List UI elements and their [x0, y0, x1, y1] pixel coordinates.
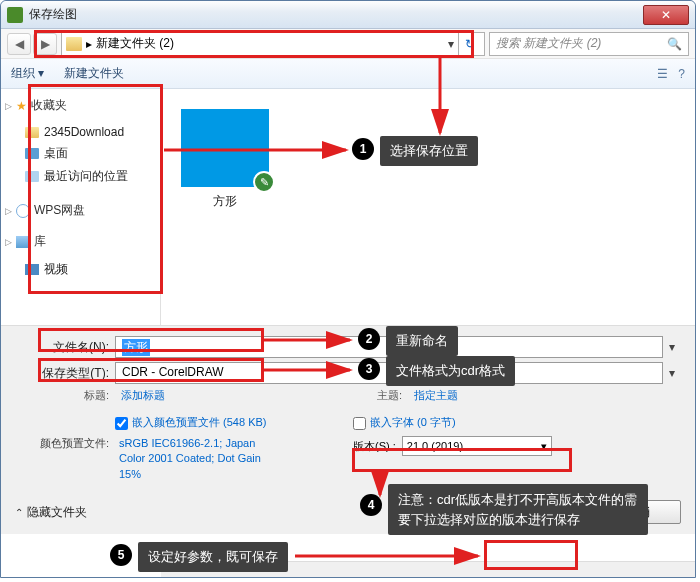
- wps-icon: [16, 204, 30, 218]
- back-button[interactable]: ◀: [7, 33, 31, 55]
- refresh-button[interactable]: ↻: [458, 33, 480, 55]
- toolbar: 组织 ▾ 新建文件夹 ☰ ?: [1, 59, 695, 89]
- sidebar-item-video[interactable]: 视频: [5, 258, 156, 281]
- search-input[interactable]: 搜索 新建文件夹 (2) 🔍: [489, 32, 689, 56]
- view-icon[interactable]: ☰: [657, 67, 668, 81]
- annotation-num-5: 5: [110, 544, 132, 566]
- recent-icon: [25, 171, 39, 182]
- star-icon: ★: [16, 99, 27, 113]
- file-thumbnail: ✎: [181, 109, 269, 187]
- address-dropdown-icon[interactable]: ▾: [448, 37, 454, 51]
- annotation-num-3: 3: [358, 358, 380, 380]
- embed-font-label: 嵌入字体 (0 字节): [370, 415, 456, 430]
- app-icon: [7, 7, 23, 23]
- sidebar-wps[interactable]: ▷ WPS网盘: [5, 202, 156, 219]
- search-placeholder: 搜索 新建文件夹 (2): [496, 35, 601, 52]
- annotation-num-1: 1: [352, 138, 374, 160]
- cdr-badge-icon: ✎: [253, 171, 275, 193]
- folder-icon: [25, 127, 39, 138]
- desktop-icon: [25, 148, 39, 159]
- annotation-callout-5: 设定好参数，既可保存: [138, 542, 288, 572]
- annotation-callout-3: 文件格式为cdr格式: [386, 356, 515, 386]
- file-item[interactable]: ✎ 方形: [181, 109, 269, 210]
- nav-bar: ◀ ▶ ▸ 新建文件夹 (2) ▾ ↻ 搜索 新建文件夹 (2) 🔍: [1, 29, 695, 59]
- color-profile-value: sRGB IEC61966-2.1; Japan Color 2001 Coat…: [119, 436, 269, 482]
- title-meta-label: 标题:: [15, 388, 115, 403]
- version-label: 版本(S) :: [353, 439, 396, 454]
- theme-meta-value[interactable]: 指定主题: [414, 388, 458, 403]
- path-text: 新建文件夹 (2): [96, 35, 174, 52]
- video-icon: [25, 264, 39, 275]
- close-button[interactable]: ✕: [643, 5, 689, 25]
- help-icon[interactable]: ?: [678, 67, 685, 81]
- theme-meta-label: 主题:: [348, 388, 408, 403]
- chevron-down-icon: ▾: [541, 440, 547, 453]
- forward-button[interactable]: ▶: [33, 33, 57, 55]
- embed-color-label: 嵌入颜色预置文件 (548 KB): [132, 415, 266, 430]
- sidebar-wps-label: WPS网盘: [34, 202, 85, 219]
- sidebar-item-recent[interactable]: 最近访问的位置: [5, 165, 156, 188]
- sidebar-favorites[interactable]: ▷★ 收藏夹: [5, 97, 156, 114]
- file-label: 方形: [181, 193, 269, 210]
- version-select[interactable]: 21.0 (2019) ▾: [402, 436, 552, 456]
- embed-color-checkbox[interactable]: [115, 417, 128, 430]
- organize-menu[interactable]: 组织 ▾: [11, 65, 44, 82]
- titlebar: 保存绘图 ✕: [1, 1, 695, 29]
- filename-dropdown-icon[interactable]: ▾: [663, 340, 681, 354]
- embed-font-checkbox[interactable]: [353, 417, 366, 430]
- annotation-callout-4: 注意：cdr低版本是打不开高版本文件的需要下拉选择对应的版本进行保存: [388, 484, 648, 535]
- search-icon: 🔍: [667, 37, 682, 51]
- filetype-label: 保存类型(T):: [15, 365, 115, 382]
- annotation-callout-1: 选择保存位置: [380, 136, 478, 166]
- sidebar-favorites-label: 收藏夹: [31, 97, 67, 114]
- window-title: 保存绘图: [29, 6, 77, 23]
- new-folder-button[interactable]: 新建文件夹: [64, 65, 124, 82]
- annotation-num-4: 4: [360, 494, 382, 516]
- folder-icon: [66, 37, 82, 51]
- annotation-num-2: 2: [358, 328, 380, 350]
- annotation-callout-2: 重新命名: [386, 326, 458, 356]
- color-profile-label: 颜色预置文件:: [15, 436, 115, 482]
- library-icon: [16, 236, 30, 248]
- address-bar[interactable]: ▸ 新建文件夹 (2) ▾ ↻: [61, 32, 485, 56]
- hide-folders-toggle[interactable]: ⌃隐藏文件夹: [15, 504, 87, 521]
- sidebar-library[interactable]: ▷ 库: [5, 233, 156, 250]
- sidebar-item-downloads[interactable]: 2345Download: [5, 122, 156, 142]
- path-arrow: ▸: [86, 37, 92, 51]
- filename-label: 文件名(N):: [15, 339, 115, 356]
- sidebar-library-label: 库: [34, 233, 46, 250]
- filetype-dropdown-icon[interactable]: ▾: [663, 366, 681, 380]
- title-meta-value[interactable]: 添加标题: [121, 388, 165, 403]
- sidebar: ▷★ 收藏夹 2345Download 桌面 最近访问的位置 ▷ WPS网盘 ▷…: [1, 89, 161, 325]
- sidebar-item-desktop[interactable]: 桌面: [5, 142, 156, 165]
- file-pane[interactable]: ✎ 方形: [161, 89, 695, 325]
